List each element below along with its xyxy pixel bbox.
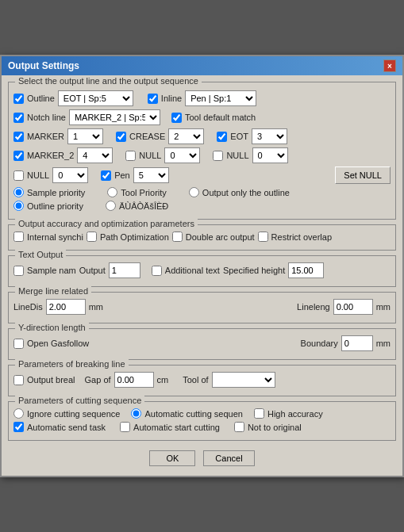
pen-checkbox[interactable]: [101, 170, 111, 181]
boundary-unit: mm: [376, 339, 391, 348]
null2-label: NULL: [226, 151, 248, 160]
outline-select[interactable]: EOT | Sp:5: [58, 90, 133, 106]
auto-start-label: Automatic start cutting: [133, 423, 220, 432]
output-only-radio[interactable]: [189, 187, 199, 197]
crease-select[interactable]: 2: [168, 128, 204, 144]
additional-label: Additional text: [165, 266, 220, 275]
marker-checkbox[interactable]: [13, 132, 24, 142]
auto-cut-radio[interactable]: [131, 408, 141, 419]
gap-label: Gap of: [85, 375, 111, 385]
cutting-seq-row1: Ignore cutting sequence Automatic cuttin…: [13, 408, 391, 419]
null3-checkbox[interactable]: [13, 170, 24, 181]
tool-select[interactable]: [212, 372, 275, 388]
null1-label: NULL: [139, 151, 161, 160]
marker-select[interactable]: 1: [67, 128, 103, 144]
title-bar: Output Settings ×: [2, 56, 402, 75]
null3-label: NULL: [27, 170, 49, 180]
crease-checkbox[interactable]: [116, 132, 126, 142]
null3-select[interactable]: 0: [52, 167, 88, 183]
null2-select[interactable]: 0: [252, 147, 288, 163]
output-break-checkbox[interactable]: [13, 375, 24, 385]
eot-select[interactable]: 3: [252, 128, 287, 144]
null1-select[interactable]: 0: [164, 147, 200, 163]
tool-default-checkbox[interactable]: [171, 113, 182, 123]
auto-label: ÄÙÂÒÄšÎÈÐ: [119, 201, 168, 211]
notch-checkbox[interactable]: [13, 113, 24, 123]
auto-cut-label: Automatic cutting sequen: [144, 409, 243, 419]
sample-priority-radio[interactable]: [13, 187, 24, 197]
output-label: Output: [79, 266, 106, 275]
marker2-select[interactable]: 4: [77, 147, 113, 163]
open-gas-checkbox[interactable]: [13, 339, 24, 349]
y-direction-group: Y-direction length Open Gasfollow Bounda…: [8, 328, 396, 360]
output-settings-dialog: Output Settings × Select the output line…: [0, 55, 404, 477]
null2-checkbox[interactable]: [213, 151, 223, 161]
priority-row: Sample priority Tool Priority Output onl…: [13, 187, 391, 197]
inline-checkbox[interactable]: [148, 94, 158, 104]
null1-checkbox[interactable]: [125, 151, 136, 161]
cutting-sequence-group: Parameters of cutting sequence Ignore cu…: [8, 401, 396, 441]
eot-label: EOT: [230, 132, 248, 141]
auto-radio[interactable]: [106, 201, 116, 211]
internal-synchi-checkbox[interactable]: [13, 232, 24, 242]
sample-name-checkbox[interactable]: [13, 266, 24, 276]
boundary-input[interactable]: [341, 335, 373, 351]
double-arc-checkbox[interactable]: [172, 232, 183, 242]
additional-checkbox[interactable]: [152, 266, 162, 276]
y-direction-title: Y-direction length: [15, 323, 89, 332]
outline-checkbox[interactable]: [13, 94, 24, 104]
y-direction-row: Open Gasfollow Boundary mm: [13, 335, 391, 351]
linedis-input[interactable]: [46, 299, 86, 315]
accuracy-title: Output accuracy and optimization paramet…: [15, 219, 198, 228]
marker-label: MARKER: [27, 132, 64, 141]
cancel-button[interactable]: Cancel: [203, 450, 254, 466]
marker-crease-eot-row: MARKER 1 CREASE 2 EOT 3: [13, 128, 391, 144]
pen-label: Pen: [114, 170, 130, 180]
outline-priority-radio[interactable]: [13, 201, 24, 211]
gap-unit: cm: [157, 375, 169, 385]
ignore-radio[interactable]: [13, 408, 24, 419]
lineleng-input[interactable]: [333, 299, 373, 315]
output-input[interactable]: [109, 262, 140, 278]
auto-send-checkbox[interactable]: [13, 422, 24, 432]
auto-start-checkbox[interactable]: [120, 422, 130, 432]
output-sequence-group: Select the output line and the output se…: [8, 82, 396, 220]
notch-row: Notch line MARKER_2 | Sp:5: Tool default…: [13, 109, 391, 125]
path-opt-checkbox[interactable]: [87, 232, 97, 242]
ok-button[interactable]: OK: [149, 450, 195, 466]
internal-synchi-label: Internal synchi: [27, 232, 83, 242]
not-original-label: Not to original: [248, 423, 302, 432]
marker2-checkbox[interactable]: [13, 151, 24, 161]
notch-label: Notch line: [27, 113, 66, 122]
merge-line-row: LineDis mm Lineleng mm: [13, 299, 391, 315]
inline-select[interactable]: Pen | Sp:1: [185, 90, 256, 106]
tool-default-label: Tool default match: [185, 113, 256, 122]
breaking-line-title: Parameters of breaking line: [15, 359, 129, 369]
restrict-checkbox[interactable]: [258, 232, 268, 242]
text-output-row: Sample nam Output Additional text Specif…: [13, 262, 391, 278]
restrict-label: Restrict overlap: [271, 232, 332, 242]
set-null-button[interactable]: Set NULL: [335, 166, 391, 184]
outline-inline-row: Outline EOT | Sp:5 Inline Pen | Sp:1: [13, 90, 391, 106]
specified-input[interactable]: [288, 262, 324, 278]
close-button[interactable]: ×: [383, 59, 396, 72]
high-acc-checkbox[interactable]: [254, 408, 264, 419]
lineleng-label: Lineleng: [297, 302, 330, 312]
marker2-label: MARKER_2: [27, 151, 74, 160]
footer-row: OK Cancel: [8, 446, 396, 469]
tool-priority-label: Tool Priority: [121, 188, 166, 197]
dialog-title: Output Settings: [8, 60, 79, 71]
accuracy-group: Output accuracy and optimization paramet…: [8, 224, 396, 251]
eot-checkbox[interactable]: [217, 132, 227, 142]
dialog-body: Select the output line and the output se…: [2, 75, 402, 476]
tool-priority-radio[interactable]: [107, 187, 117, 197]
notch-select[interactable]: MARKER_2 | Sp:5:: [69, 109, 160, 125]
outline-priority-row: Outline priority ÄÙÂÒÄšÎÈÐ: [13, 201, 391, 211]
double-arc-label: Double arc output: [186, 232, 255, 242]
open-gas-label: Open Gasfollow: [27, 339, 89, 348]
boundary-label: Boundary: [301, 339, 338, 348]
gap-input[interactable]: [114, 372, 154, 388]
not-original-checkbox[interactable]: [234, 422, 244, 432]
null3-pen-row: NULL 0 Pen 5 Set NULL: [13, 166, 391, 184]
pen-select[interactable]: 5: [133, 167, 169, 183]
